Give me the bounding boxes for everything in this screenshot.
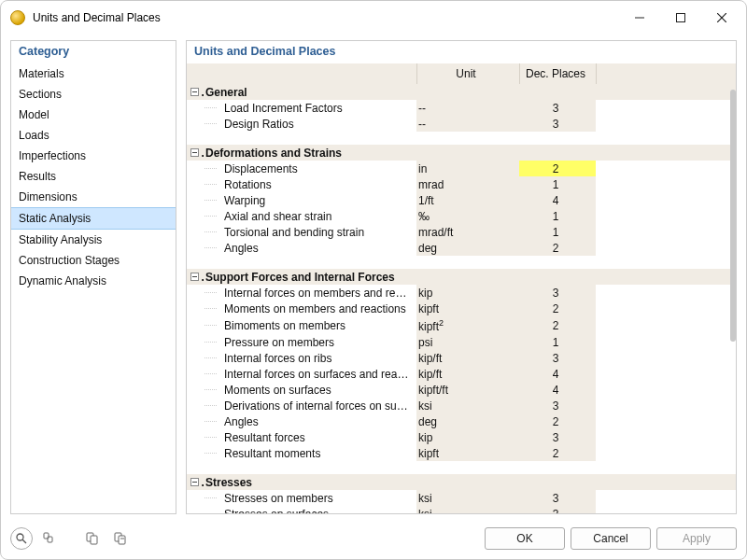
row-unit[interactable]: kip xyxy=(416,429,519,445)
category-item[interactable]: Sections xyxy=(11,84,176,105)
table-row[interactable]: Design Ratios--3 xyxy=(187,116,736,132)
row-dec[interactable]: 1 xyxy=(519,224,596,240)
table-row[interactable]: Resultant forceskip3 xyxy=(187,429,736,445)
row-unit[interactable]: kip/ft xyxy=(416,366,519,382)
group-row[interactable]: Support Forces and Internal Forces xyxy=(187,269,736,285)
table-row[interactable]: Internal forces on ribskip/ft3 xyxy=(187,350,736,366)
row-dec[interactable]: 3 xyxy=(519,490,596,506)
row-unit[interactable]: mrad xyxy=(416,176,519,192)
row-dec[interactable]: 1 xyxy=(519,176,596,192)
table-row[interactable]: Rotationsmrad1 xyxy=(187,176,736,192)
cancel-button[interactable]: Cancel xyxy=(571,527,651,550)
category-item[interactable]: Imperfections xyxy=(11,146,176,166)
category-item[interactable]: Materials xyxy=(11,63,176,84)
row-unit[interactable]: kip xyxy=(416,285,519,301)
collapse-icon[interactable] xyxy=(190,273,199,281)
table-row[interactable]: Bimoments on memberskipft22 xyxy=(187,316,736,334)
row-label: Internal forces on surfaces and reacti..… xyxy=(222,366,416,382)
row-unit[interactable]: in xyxy=(416,161,519,176)
group-row[interactable]: General xyxy=(187,84,736,100)
table-row[interactable]: Internal forces on surfaces and reacti..… xyxy=(187,366,736,382)
table-row[interactable]: Moments on surfaceskipft/ft4 xyxy=(187,382,736,398)
row-unit[interactable]: kipft/ft xyxy=(416,382,519,398)
row-dec[interactable]: 3 xyxy=(519,506,596,513)
row-unit[interactable]: ksi xyxy=(416,398,519,413)
row-dec[interactable]: 2 xyxy=(519,316,596,334)
collapse-icon[interactable] xyxy=(190,88,199,96)
row-unit[interactable]: deg xyxy=(416,413,519,429)
maximize-button[interactable] xyxy=(660,5,701,31)
minimize-button[interactable] xyxy=(619,5,660,31)
apply-button[interactable]: Apply xyxy=(656,527,737,550)
row-dec[interactable]: 3 xyxy=(519,350,596,366)
category-item[interactable]: Dimensions xyxy=(11,187,176,207)
row-unit[interactable]: kip/ft xyxy=(416,350,519,366)
table-row[interactable]: Anglesdeg2 xyxy=(187,240,736,256)
row-dec[interactable]: 4 xyxy=(519,366,596,382)
category-item[interactable]: Dynamic Analysis xyxy=(11,271,176,291)
row-dec[interactable]: 3 xyxy=(519,429,596,445)
paste-button[interactable] xyxy=(109,527,132,550)
row-dec[interactable]: 1 xyxy=(519,208,596,224)
close-button[interactable] xyxy=(701,5,742,31)
table-row[interactable]: Resultant momentskipft2 xyxy=(187,445,736,461)
category-item[interactable]: Results xyxy=(11,166,176,187)
collapse-icon[interactable] xyxy=(190,478,199,486)
row-dec[interactable]: 4 xyxy=(519,192,596,208)
settings-button[interactable] xyxy=(38,527,61,550)
row-dec[interactable]: 2 xyxy=(519,301,596,316)
row-unit[interactable]: kipft xyxy=(416,301,519,316)
row-dec[interactable]: 3 xyxy=(519,398,596,413)
row-dec[interactable]: 3 xyxy=(519,116,596,132)
category-item[interactable]: Static Analysis xyxy=(11,207,176,230)
group-title: Support Forces and Internal Forces xyxy=(204,269,736,285)
row-dec[interactable]: 3 xyxy=(519,100,596,116)
row-dec[interactable]: 2 xyxy=(519,413,596,429)
col-header-rest xyxy=(596,63,736,84)
row-unit[interactable]: psi xyxy=(416,334,519,350)
row-unit[interactable]: ksi xyxy=(416,490,519,506)
row-dec[interactable]: 2 xyxy=(519,161,596,176)
collapse-icon[interactable] xyxy=(190,148,199,157)
table-row[interactable]: Derivations of internal forces on surf..… xyxy=(187,398,736,413)
table-row[interactable]: Load Increment Factors--3 xyxy=(187,100,736,116)
row-dec[interactable]: 2 xyxy=(519,240,596,256)
units-grid[interactable]: Unit Dec. Places GeneralLoad Increment F… xyxy=(187,63,736,513)
table-row[interactable]: Pressure on memberspsi1 xyxy=(187,334,736,350)
table-row[interactable]: Internal forces on members and reacti...… xyxy=(187,285,736,301)
group-row[interactable]: Stresses xyxy=(187,474,736,490)
row-dec[interactable]: 1 xyxy=(519,334,596,350)
row-dec[interactable]: 2 xyxy=(519,445,596,461)
row-unit[interactable]: -- xyxy=(416,116,519,132)
row-unit[interactable]: kipft2 xyxy=(416,316,519,334)
row-label: Rotations xyxy=(222,176,416,192)
row-unit[interactable]: deg xyxy=(416,240,519,256)
category-item[interactable]: Construction Stages xyxy=(11,250,176,271)
table-row[interactable]: Warping1/ft4 xyxy=(187,192,736,208)
help-button[interactable] xyxy=(10,527,33,550)
table-row[interactable]: Moments on members and reactionskipft2 xyxy=(187,301,736,316)
window-title: Units and Decimal Places xyxy=(33,11,619,24)
table-row[interactable]: Stresses on membersksi3 xyxy=(187,490,736,506)
group-title: Deformations and Strains xyxy=(204,145,736,161)
scrollbar[interactable] xyxy=(730,90,736,342)
row-unit[interactable]: mrad/ft xyxy=(416,224,519,240)
row-unit[interactable]: kipft xyxy=(416,445,519,461)
category-item[interactable]: Model xyxy=(11,105,176,125)
ok-button[interactable]: OK xyxy=(485,527,565,550)
table-row[interactable]: Torsional and bending strainmrad/ft1 xyxy=(187,224,736,240)
row-unit[interactable]: -- xyxy=(416,100,519,116)
row-unit[interactable]: ksi xyxy=(416,506,519,513)
table-row[interactable]: Stresses on surfacesksi3 xyxy=(187,506,736,513)
category-item[interactable]: Stability Analysis xyxy=(11,230,176,250)
table-row[interactable]: Displacementsin2 xyxy=(187,161,736,176)
group-row[interactable]: Deformations and Strains xyxy=(187,145,736,161)
category-item[interactable]: Loads xyxy=(11,125,176,146)
row-dec[interactable]: 3 xyxy=(519,285,596,301)
copy-button[interactable] xyxy=(81,527,104,550)
row-dec[interactable]: 4 xyxy=(519,382,596,398)
table-row[interactable]: Anglesdeg2 xyxy=(187,413,736,429)
row-unit[interactable]: 1/ft xyxy=(416,192,519,208)
row-unit[interactable]: ‰ xyxy=(416,208,519,224)
table-row[interactable]: Axial and shear strain‰1 xyxy=(187,208,736,224)
